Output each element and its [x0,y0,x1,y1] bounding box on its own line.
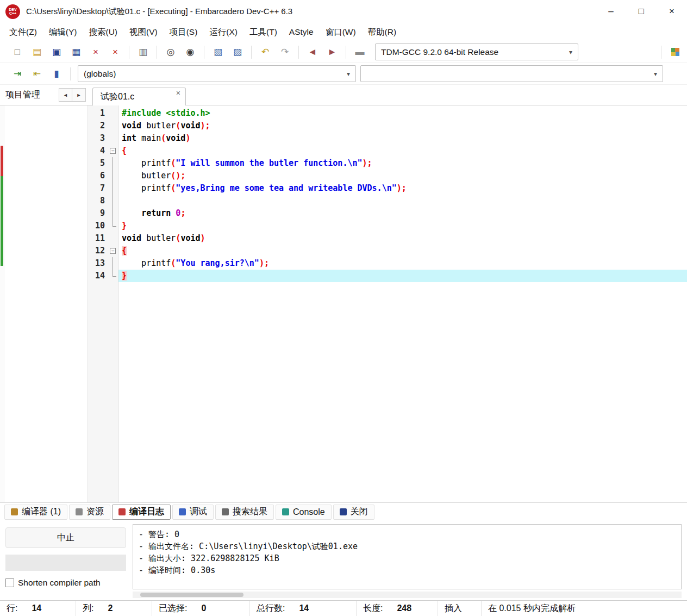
bottom-tab-compiler[interactable]: 编译器 (1) [4,505,67,520]
code-line[interactable]: 6 butler(); [88,170,687,182]
minimize-button[interactable]: – [596,0,626,23]
code-line[interactable]: 14} [88,270,687,282]
menu-item-0[interactable]: 文件(Z) [3,24,43,40]
menu-item-5[interactable]: 运行(X) [203,24,243,40]
swap-header-button[interactable]: ▨ [228,44,247,60]
bottom-tab-debug[interactable]: 调试 [172,505,214,520]
code-line[interactable]: 4−{ [88,145,687,157]
menu-item-8[interactable]: 窗口(W) [320,24,362,40]
bottom-tab-search-results[interactable]: 搜索结果 [215,505,274,520]
open-file-icon: ▤ [33,47,41,57]
code-text[interactable]: { [118,245,687,257]
code-text[interactable]: return 0; [118,207,687,220]
menu-item-3[interactable]: 视图(V) [123,24,164,40]
menu-item-6[interactable]: 工具(T) [243,24,283,40]
project-panel-title: 项目管理 [5,89,40,101]
menu-item-4[interactable]: 项目(S) [164,24,204,40]
code-line[interactable]: 2void butler(void); [88,120,687,132]
code-text[interactable]: } [118,220,687,232]
code-text[interactable]: butler(); [118,170,687,182]
code-line[interactable]: 11void butler(void) [88,232,687,245]
forward-button[interactable]: ► [322,44,342,60]
code-text[interactable]: void butler(void) [118,232,687,245]
fold-collapse-icon[interactable]: − [110,248,116,254]
abort-button[interactable]: 中止 [5,527,126,548]
code-text[interactable] [118,195,687,207]
line-number[interactable]: 3 [88,132,108,145]
menu-item-7[interactable]: AStyle [283,25,320,39]
bottom-tab-console[interactable]: Console [276,505,332,520]
line-number[interactable]: 6 [88,170,108,182]
jump-out-button[interactable]: ⇤ [27,66,47,82]
tab-shiyan01[interactable]: 试验01.c × [92,88,186,105]
code-line[interactable]: 8 [88,195,687,207]
line-number[interactable]: 7 [88,182,108,195]
panel-scroll-right-button[interactable]: ► [72,88,86,102]
maximize-button[interactable]: □ [626,0,657,23]
tab-close-icon[interactable]: × [176,89,180,97]
menu-item-2[interactable]: 搜索(U) [83,24,123,40]
close-button[interactable]: × [657,0,687,23]
columns-button[interactable]: ▮ [47,66,66,82]
remove-item-button[interactable]: ▬ [350,44,370,60]
bottom-tab-compile-log[interactable]: 编译日志 [112,505,171,520]
compiler-select[interactable]: TDM-GCC 9.2.0 64-bit Release ▾ [375,43,578,60]
line-number[interactable]: 12 [88,245,108,257]
back-button[interactable]: ◄ [303,44,322,60]
code-text[interactable]: int main(void) [118,132,687,145]
code-line[interactable]: 10} [88,220,687,232]
undo-button[interactable]: ↶ [255,44,275,60]
code-line[interactable]: 7 printf("yes,Bring me some tea and writ… [88,182,687,195]
code-line[interactable]: 9 return 0; [88,207,687,220]
line-number[interactable]: 9 [88,207,108,220]
close-all-button[interactable]: × [105,44,125,60]
project-manager-panel[interactable] [4,105,88,502]
panel-scroll-left-button[interactable]: ◄ [59,88,72,102]
save-all-button[interactable]: ▦ [66,44,86,60]
replace-button[interactable]: ◉ [180,44,200,60]
fold-collapse-icon[interactable]: − [110,148,116,154]
bottom-tab-close[interactable]: 关闭 [333,505,374,520]
close-file-button[interactable]: × [86,44,105,60]
code-line[interactable]: 5 printf("I will summon the butler funct… [88,157,687,170]
line-number[interactable]: 4 [88,145,108,157]
line-number[interactable]: 8 [88,195,108,207]
bottom-tab-resources[interactable]: 资源 [69,505,110,520]
code-text[interactable]: void butler(void); [118,120,687,132]
menu-item-9[interactable]: 帮助(R) [362,24,403,40]
log-horizontal-scrollbar[interactable] [133,592,682,598]
code-text[interactable]: printf("You rang,sir?\n"); [118,257,687,270]
line-number[interactable]: 1 [88,107,108,120]
profile-grid-button[interactable] [665,44,685,60]
code-line[interactable]: 3int main(void) [88,132,687,145]
line-number[interactable]: 13 [88,257,108,270]
open-file-button[interactable]: ▤ [27,44,47,60]
members-select[interactable]: ▾ [360,65,663,82]
shorten-path-checkbox[interactable] [5,578,14,587]
scrollbar-thumb[interactable] [140,593,243,597]
find-button[interactable]: ◎ [161,44,180,60]
jump-in-button[interactable]: ⇥ [8,66,27,82]
code-text[interactable]: #include <stdio.h> [118,107,687,120]
line-number[interactable]: 2 [88,120,108,132]
code-line[interactable]: 12−{ [88,245,687,257]
status-line: 行:14 [0,601,76,616]
code-text[interactable]: printf("I will summon the butler functio… [118,157,687,170]
code-text[interactable]: printf("yes,Bring me some tea and writea… [118,182,687,195]
save-button[interactable]: ▣ [47,44,66,60]
print-button[interactable]: ▥ [133,44,153,60]
line-number[interactable]: 14 [88,270,108,282]
redo-button[interactable]: ↷ [275,44,295,60]
menu-bar: 文件(Z)编辑(Y)搜索(U)视图(V)项目(S)运行(X)工具(T)AStyl… [0,23,687,41]
code-line[interactable]: 1#include <stdio.h> [88,107,687,120]
goto-line-button[interactable]: ▧ [208,44,228,60]
new-file-button[interactable]: □ [8,44,27,60]
globals-select[interactable]: (globals) ▾ [78,65,356,82]
code-text[interactable]: } [118,270,687,282]
code-text[interactable]: { [118,145,687,157]
line-number[interactable]: 5 [88,157,108,170]
code-line[interactable]: 13 printf("You rang,sir?\n"); [88,257,687,270]
line-number[interactable]: 10 [88,220,108,232]
menu-item-1[interactable]: 编辑(Y) [43,24,83,40]
line-number[interactable]: 11 [88,232,108,245]
